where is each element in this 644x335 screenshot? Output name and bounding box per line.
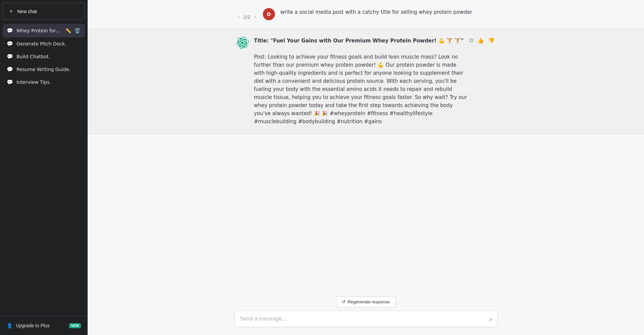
thumbs-down-button[interactable]: 👎 (487, 37, 495, 44)
send-button[interactable]: ➤ (488, 316, 493, 323)
ai-message-text: Title: "Fuel Your Gains with Our Premium… (254, 37, 469, 126)
ai-message-content: Title: "Fuel Your Gains with Our Premium… (254, 37, 469, 126)
user-avatar: D (263, 8, 275, 20)
user-message-block: ‹ 2/2 › D write a social media post with… (88, 0, 644, 29)
chat-icon: 💬 (7, 66, 13, 72)
sidebar-item-label: Interview Tips. (17, 79, 81, 85)
thumbs-up-button[interactable]: 👍 (477, 37, 485, 44)
ai-body: Post: Looking to achieve your fitness go… (254, 54, 467, 125)
chat-input[interactable] (235, 311, 497, 327)
sidebar-item-interview-tips[interactable]: 💬 Interview Tips. (3, 76, 85, 89)
sidebar-nav: 💬 Whey Protein for Gains. ✏️ 🗑️ 💬 Genera… (0, 23, 88, 316)
chat-area: ‹ 2/2 › D write a social media post with… (88, 0, 644, 292)
chat-icon: 💬 (7, 54, 13, 60)
ai-message-actions: ⧉ 👍 👎 (469, 37, 495, 126)
sidebar-item-label: Resume Writing Guide. (17, 67, 81, 72)
upgrade-label: Upgrade to Plus (16, 323, 50, 328)
sidebar-item-label: Build Chatbot. (17, 54, 81, 59)
sidebar-item-pitch-deck[interactable]: 💬 Generate Pitch Deck. (3, 37, 85, 50)
next-page-button[interactable]: › (253, 13, 257, 20)
plus-icon: ＋ (8, 8, 14, 15)
edit-chat-button[interactable]: ✏️ (65, 27, 72, 34)
page-indicator: 2/2 (243, 14, 250, 20)
chat-icon: 💬 (7, 41, 13, 47)
new-badge: NEW (69, 323, 81, 328)
user-message-text: write a social media post with a catchy … (280, 8, 495, 16)
regenerate-label: Regenerate response (347, 299, 390, 304)
sidebar: ＋ New chat 💬 Whey Protein for Gains. ✏️ … (0, 0, 88, 335)
main-content: ‹ 2/2 › D write a social media post with… (88, 0, 644, 335)
sidebar-item-whey-protein[interactable]: 💬 Whey Protein for Gains. ✏️ 🗑️ (3, 24, 85, 37)
chat-icon: 💬 (7, 79, 13, 85)
pagination: ‹ 2/2 › (237, 8, 257, 20)
sidebar-item-label: Whey Protein for Gains. (17, 28, 61, 33)
delete-chat-button[interactable]: 🗑️ (74, 27, 81, 34)
prev-page-button[interactable]: ‹ (237, 13, 241, 20)
regenerate-button[interactable]: ↺ Regenerate response (336, 296, 395, 307)
upgrade-button[interactable]: 👤 Upgrade to Plus NEW (3, 320, 85, 332)
ai-message-block: Title: "Fuel Your Gains with Our Premium… (88, 29, 644, 134)
user-icon: 👤 (7, 323, 12, 328)
input-area: ↺ Regenerate response ➤ (88, 292, 644, 335)
new-chat-label: New chat (17, 9, 37, 14)
sidebar-item-label: Generate Pitch Deck. (17, 41, 81, 46)
sidebar-footer: 👤 Upgrade to Plus NEW (0, 316, 88, 335)
input-box-wrapper: ➤ (235, 311, 497, 328)
regenerate-icon: ↺ (342, 299, 345, 304)
ai-message-wrapper: Title: "Fuel Your Gains with Our Premium… (254, 37, 495, 126)
ai-avatar (237, 37, 249, 49)
new-chat-button[interactable]: ＋ New chat (3, 3, 85, 20)
sidebar-item-resume-writing[interactable]: 💬 Resume Writing Guide. (3, 63, 85, 76)
copy-button[interactable]: ⧉ (469, 37, 474, 44)
chat-icon: 💬 (7, 28, 13, 34)
sidebar-item-build-chatbot[interactable]: 💬 Build Chatbot. (3, 50, 85, 63)
ai-title: Title: "Fuel Your Gains with Our Premium… (254, 38, 464, 44)
